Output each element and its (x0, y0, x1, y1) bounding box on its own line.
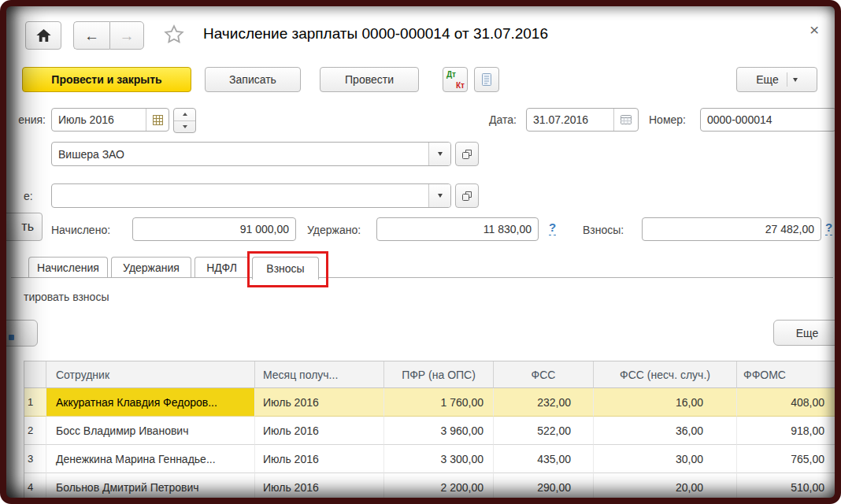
close-icon[interactable]: × (810, 21, 819, 38)
nav-buttons: ← → (73, 21, 144, 50)
date-input[interactable] (527, 109, 613, 131)
accrued-label: Начислено: (51, 218, 110, 242)
cell-ffoms[interactable]: 765,00 (737, 445, 836, 473)
table-row[interactable]: 1 Аккуратная Клавдия Федоров... Июль 201… (24, 388, 836, 417)
withheld-field[interactable] (376, 217, 539, 241)
table-toolbar-cut-button[interactable] (3, 320, 38, 346)
dtkt-icon: ДтКт (443, 68, 467, 91)
column-header-rownum[interactable] (24, 361, 46, 388)
table-row[interactable]: 4 Больнов Дмитрий Петрович Июль 2016 2 2… (24, 473, 836, 502)
report-document-icon (480, 72, 493, 87)
cell-fss-accident[interactable]: 16,00 (594, 388, 737, 417)
organization-dropdown-button[interactable] (428, 143, 450, 165)
accrued-input[interactable] (133, 218, 295, 240)
post-and-close-button[interactable]: Провести и закрыть (22, 67, 191, 92)
division-input[interactable] (52, 184, 428, 207)
fill-button-fragment[interactable]: ть (5, 213, 43, 241)
tab-accruals[interactable]: Начисления (28, 257, 108, 278)
cell-employee[interactable]: Аккуратная Клавдия Федоров... (46, 388, 255, 417)
cell-employee[interactable]: Босс Владимир Иванович (46, 417, 255, 445)
cell-month[interactable]: Июль 2016 (255, 473, 384, 502)
more-button-divider (787, 72, 787, 87)
more-button[interactable]: Еще (736, 67, 817, 92)
number-input[interactable] (701, 109, 835, 131)
cell-fss-accident[interactable]: 20,00 (594, 473, 737, 502)
forward-button[interactable]: → (109, 21, 144, 50)
organization-open-button[interactable] (455, 142, 479, 166)
tab-deductions[interactable]: Удержания (111, 257, 191, 278)
table-more-button[interactable]: Еще (773, 320, 841, 346)
cell-ffoms[interactable]: 510,00 (737, 473, 836, 502)
home-icon (36, 29, 51, 42)
cell-fss[interactable]: 522,00 (494, 417, 594, 445)
cell-fss[interactable]: 435,00 (494, 445, 594, 473)
division-open-button[interactable] (455, 183, 479, 208)
table-body: 1 Аккуратная Клавдия Федоров... Июль 201… (24, 388, 836, 502)
cell-employee[interactable]: Больнов Дмитрий Петрович (46, 473, 255, 502)
cell-pfr[interactable]: 3 960,00 (384, 417, 494, 445)
write-button[interactable]: Записать (205, 67, 301, 92)
tab-strip-line (11, 277, 833, 278)
accrual-month-label-fragment: ения: (0, 108, 46, 132)
accrual-month-input[interactable] (52, 109, 146, 131)
tab-ndfl[interactable]: НДФЛ (195, 257, 249, 278)
home-button[interactable] (25, 21, 61, 50)
cell-ffoms[interactable]: 408,00 (737, 388, 836, 417)
cell-pfr[interactable]: 2 200,00 (384, 473, 494, 502)
division-dropdown-button[interactable] (428, 184, 450, 207)
cell-fss[interactable]: 290,00 (494, 473, 594, 502)
column-header-fss-accident[interactable]: ФСС (несч. случ.) (594, 361, 737, 388)
date-field[interactable] (526, 108, 639, 132)
organization-input[interactable] (52, 143, 428, 165)
post-button[interactable]: Провести (320, 67, 419, 92)
tab-contributions[interactable]: Взносы (252, 257, 319, 280)
contributions-field[interactable] (642, 217, 821, 241)
organization-field[interactable] (51, 142, 451, 166)
number-label: Номер: (649, 108, 686, 132)
column-header-ffoms[interactable]: ФФОМС (737, 361, 836, 388)
cell-month[interactable]: Июль 2016 (255, 417, 384, 445)
division-field[interactable] (51, 183, 451, 208)
open-link-icon (461, 191, 472, 202)
date-calendar-button[interactable] (613, 109, 638, 131)
cell-fss-accident[interactable]: 30,00 (594, 445, 737, 473)
column-header-pfr[interactable]: ПФР (на ОПС) (384, 361, 494, 388)
row-number: 4 (24, 473, 46, 502)
cell-employee[interactable]: Денежкина Марина Геннадье... (46, 445, 255, 473)
column-header-fss[interactable]: ФСС (494, 361, 594, 388)
row-number: 2 (24, 417, 46, 445)
contributions-help-link[interactable]: ? (825, 221, 832, 235)
cell-month[interactable]: Июль 2016 (255, 388, 384, 417)
spin-down-button[interactable] (174, 121, 195, 133)
chevron-down-icon (793, 78, 798, 82)
accrual-month-field[interactable] (51, 108, 169, 132)
contributions-input[interactable] (643, 218, 821, 240)
cell-pfr[interactable]: 1 760,00 (384, 388, 494, 417)
number-field[interactable] (700, 108, 836, 132)
date-calendar-icon (621, 115, 632, 124)
print-report-button[interactable] (474, 67, 499, 92)
adjust-contributions-label-fragment: тировать взносы (24, 290, 109, 304)
spin-up-button[interactable] (174, 109, 195, 121)
table-row[interactable]: 3 Денежкина Марина Геннадье... Июль 2016… (24, 445, 836, 473)
cell-fss-accident[interactable]: 36,00 (594, 417, 737, 445)
column-header-employee[interactable]: Сотрудник (46, 361, 255, 388)
favorite-star-icon[interactable] (163, 24, 185, 49)
withheld-label: Удержано: (307, 218, 361, 242)
back-icon: ← (84, 28, 99, 43)
back-button[interactable]: ← (73, 21, 109, 50)
cell-month[interactable]: Июль 2016 (255, 445, 384, 473)
cell-ffoms[interactable]: 918,00 (737, 417, 836, 445)
cell-fss[interactable]: 232,00 (494, 388, 594, 417)
dropdown-arrow-icon (438, 194, 443, 198)
column-header-month[interactable]: Месяц получ... (255, 361, 384, 388)
dtkt-postings-button[interactable]: ДтКт (443, 67, 468, 92)
cut-button-icon (9, 335, 14, 340)
table-row[interactable]: 2 Босс Владимир Иванович Июль 2016 3 960… (24, 417, 836, 445)
spin-down-icon (183, 125, 187, 128)
calendar-picker-button[interactable] (146, 109, 169, 131)
withheld-input[interactable] (377, 218, 538, 240)
accrued-field[interactable] (132, 217, 296, 241)
withheld-help-link[interactable]: ? (549, 221, 556, 235)
cell-pfr[interactable]: 3 300,00 (384, 445, 494, 473)
